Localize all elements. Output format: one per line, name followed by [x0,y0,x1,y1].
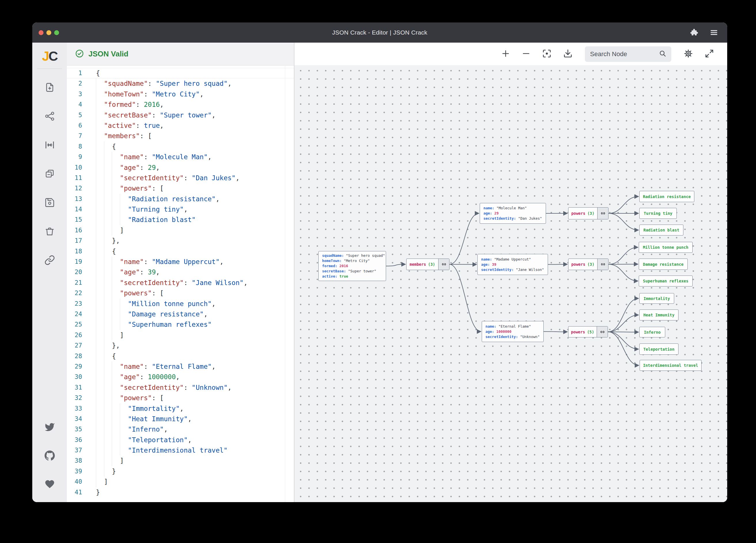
link-icon[interactable] [597,259,608,270]
center-focus-icon[interactable] [542,48,552,60]
editor-line[interactable]: 2 "squadName": "Super hero squad", [67,78,294,89]
fullscreen-icon[interactable] [704,48,715,60]
editor-line[interactable]: 35 "Inferno", [67,424,294,434]
code-editor[interactable]: 1{2 "squadName": "Super hero squad",3 "h… [67,66,294,502]
editor-line[interactable]: 29 "name": "Eternal Flame", [67,361,294,372]
graph-node-p1[interactable]: powers(3) [568,207,608,220]
editor-line[interactable]: 40 ] [67,476,294,487]
graph-node-m2[interactable]: name: "Madame Uppercut"age: 39secretIden… [477,254,548,275]
code-line-text: "Teleportation", [96,435,192,445]
graph-node-l10[interactable]: Teleportation [639,343,678,355]
editor-line[interactable]: 3 "homeTown": "Metro City", [67,89,294,99]
editor-line[interactable]: 6 "active": true, [67,120,294,131]
menu-icon[interactable] [709,28,719,37]
editor-line[interactable]: 30 "age": 1000000, [67,372,294,382]
editor-line[interactable]: 21 "secretIdentity": "Jane Wilson", [67,277,294,288]
graph-node-root[interactable]: squadName: "Super hero squad"homeTown: "… [318,251,386,281]
link-icon[interactable] [597,326,608,337]
github-icon[interactable] [44,450,55,461]
graph-node-p3[interactable]: powers(5) [568,326,608,337]
graph-node-l2[interactable]: Turning tiny [639,208,677,219]
editor-line[interactable]: 18 { [67,246,294,257]
editor-line[interactable]: 27 }, [67,340,294,351]
editor-line[interactable]: 7 "members": [ [67,131,294,141]
editor-line[interactable]: 9 "name": "Molecule Man", [67,152,294,162]
editor-line[interactable]: 16 ] [67,225,294,236]
minimize-button[interactable] [46,30,51,35]
zoom-out-icon[interactable] [521,49,531,60]
graph-node-l3[interactable]: Radiation blast [639,225,683,236]
search-icon[interactable] [659,50,667,59]
copy-icon[interactable] [44,169,55,179]
code-line-text: ] [96,225,124,236]
editor-line[interactable]: 32 "powers": [ [67,393,294,403]
editor-line[interactable]: 13 "Radiation resistance", [67,194,294,204]
editor-line[interactable]: 8 { [67,141,294,152]
line-number: 9 [67,152,82,162]
editor-line[interactable]: 23 "Million tonne punch", [67,298,294,309]
graph-node-l1[interactable]: Radiation resistance [639,191,694,202]
editor-line[interactable]: 17 }, [67,236,294,246]
graph-node-l11[interactable]: Interdimensional travel [640,360,702,371]
twitter-icon[interactable] [44,422,55,432]
graph-node-l6[interactable]: Superhuman reflexes [639,275,693,286]
editor-line[interactable]: 11 "secretIdentity": "Dan Jukes", [67,173,294,183]
graph-node-members[interactable]: members(3) [406,259,449,270]
line-number: 12 [67,183,82,194]
search-node-input[interactable] [589,50,659,58]
editor-line[interactable]: 15 "Radiation blast" [67,215,294,225]
editor-line[interactable]: 25 "Superhuman reflexes" [67,319,294,330]
graph-node-l7[interactable]: Immortality [639,293,674,304]
delete-icon[interactable] [44,226,55,237]
editor-line[interactable]: 14 "Turning tiny", [67,204,294,215]
editor-line[interactable]: 19 "name": "Madame Uppercut", [67,257,294,267]
graph-node-l9[interactable]: Inferno [639,327,665,337]
sponsor-heart-icon[interactable] [44,479,55,489]
save-icon[interactable] [44,197,55,208]
editor-line[interactable]: 1{ [67,68,294,78]
settings-gear-icon[interactable] [683,48,693,60]
editor-line[interactable]: 38 ] [67,455,294,466]
line-number: 35 [67,424,82,434]
editor-line[interactable]: 26 ] [67,330,294,340]
code-line-text: "name": "Madame Uppercut", [96,257,224,267]
code-line-text: { [96,351,116,361]
editor-line[interactable]: 10 "age": 29, [67,162,294,173]
new-document-icon[interactable] [44,82,55,93]
editor-line[interactable]: 36 "Teleportation", [67,435,294,445]
editor-line[interactable]: 31 "secretIdentity": "Unknown", [67,382,294,393]
editor-line[interactable]: 12 "powers": [ [67,183,294,194]
graph-node-l4[interactable]: Million tonne punch [639,242,693,253]
line-number: 21 [67,277,82,288]
editor-line[interactable]: 37 "Interdimensional travel" [67,445,294,455]
graph-node-p2[interactable]: powers(3) [568,259,608,270]
editor-line[interactable]: 5 "secretBase": "Super tower", [67,110,294,120]
editor-line[interactable]: 39 } [67,466,294,476]
zoom-in-icon[interactable] [501,49,511,60]
link-icon[interactable] [597,208,608,219]
extension-puzzle-icon[interactable] [690,28,698,37]
link-icon[interactable] [438,259,449,270]
editor-line[interactable]: 4 "formed": 2016, [67,99,294,110]
editor-line[interactable]: 24 "Damage resistance", [67,309,294,319]
editor-line[interactable]: 22 "powers": [ [67,288,294,298]
fold-nodes-icon[interactable] [44,140,55,150]
share-link-icon[interactable] [44,255,55,266]
editor-line[interactable]: 20 "age": 39, [67,267,294,277]
editor-line[interactable]: 41} [67,487,294,497]
graph-node-l8[interactable]: Heat Immunity [639,309,678,320]
maximize-button[interactable] [54,30,59,35]
app-logo[interactable]: JC [42,50,57,63]
editor-line[interactable]: 34 "Heat Immunity", [67,414,294,424]
graph-icon[interactable] [44,111,55,122]
editor-scrollbar[interactable] [285,66,285,502]
graph-node-m1[interactable]: name: "Molecule Man"age: 29secretIdentit… [480,203,546,224]
graph-canvas[interactable]: squadName: "Super hero squad"homeTown: "… [294,66,727,502]
line-number: 18 [67,246,82,257]
download-icon[interactable] [563,48,573,60]
graph-node-m3[interactable]: name: "Eternal Flame"age: 1000000secretI… [482,321,544,342]
close-button[interactable] [39,30,44,35]
graph-node-l5[interactable]: Damage resistance [639,259,688,270]
editor-line[interactable]: 28 { [67,351,294,361]
editor-line[interactable]: 33 "Immortality", [67,403,294,414]
